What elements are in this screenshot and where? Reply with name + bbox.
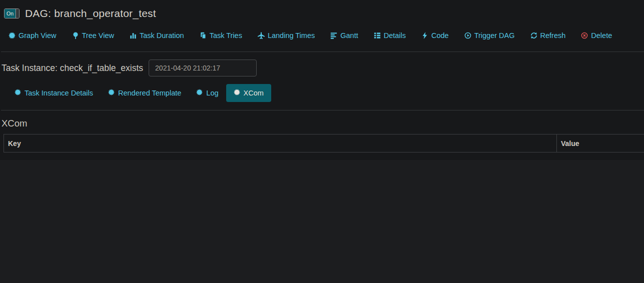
page-title: DAG: branch_operator_test: [25, 8, 156, 20]
tab-task-instance-details[interactable]: Task Instance Details: [7, 84, 101, 102]
tab-label: Log: [206, 89, 218, 97]
certificate-icon: [9, 32, 16, 39]
tab-label: Rendered Template: [118, 89, 181, 97]
nav-item-landing-times[interactable]: Landing Times: [258, 32, 315, 40]
task-instance-tabs: Task Instance Details Rendered Template …: [0, 83, 644, 103]
nav-item-label: Tree View: [82, 32, 114, 40]
tree-icon: [72, 32, 79, 39]
nav-item-label: Landing Times: [268, 32, 315, 40]
airflow-dag-page: On DAG: branch_operator_test Graph View …: [0, 0, 644, 283]
certificate-icon: [196, 89, 203, 97]
task-instance-row: Task Instance: check_if_table_exists: [0, 60, 644, 76]
dag-nav: Graph View Tree View Task Duration Task …: [0, 30, 644, 40]
column-header-value: Value: [557, 134, 644, 152]
nav-item-gantt[interactable]: Gantt: [330, 32, 358, 40]
tab-xcom[interactable]: XCom: [226, 84, 271, 102]
xcom-table: Key Value: [4, 134, 644, 152]
nav-item-label: Refresh: [540, 32, 566, 40]
nav-item-label: Graph View: [19, 32, 57, 40]
certificate-icon: [234, 89, 240, 97]
nav-item-details[interactable]: Details: [374, 32, 406, 40]
nav-item-task-tries[interactable]: Task Tries: [200, 32, 242, 40]
nav-item-trigger-dag[interactable]: Trigger DAG: [464, 32, 515, 40]
footer-area: [0, 160, 644, 283]
dag-header: On DAG: branch_operator_test: [0, 0, 644, 20]
nav-item-code[interactable]: Code: [421, 32, 449, 40]
nav-item-label: Task Duration: [140, 32, 184, 40]
tab-log[interactable]: Log: [189, 84, 226, 102]
dag-pause-toggle[interactable]: On: [4, 8, 20, 18]
bar-chart-icon: [130, 32, 137, 39]
nav-item-label: Details: [384, 32, 406, 40]
nav-item-label: Code: [431, 32, 449, 40]
toggle-on-label: On: [5, 9, 16, 18]
bolt-icon: [421, 32, 428, 39]
nav-item-label: Trigger DAG: [474, 32, 515, 40]
divider: [1, 52, 644, 52]
list-icon: [374, 32, 381, 39]
main-content: On DAG: branch_operator_test Graph View …: [0, 0, 644, 160]
column-header-key: Key: [4, 134, 557, 152]
task-instance-label: Task Instance: check_if_table_exists: [2, 63, 143, 74]
toggle-knob: [16, 9, 19, 18]
execution-date-input[interactable]: [149, 60, 257, 76]
certificate-icon: [15, 89, 21, 97]
nav-item-tree-view[interactable]: Tree View: [72, 32, 114, 40]
nav-item-label: Task Tries: [210, 32, 242, 40]
nav-item-graph-view[interactable]: Graph View: [9, 32, 57, 40]
nav-item-label: Gantt: [340, 32, 358, 40]
duplicate-icon: [200, 32, 207, 39]
tab-label: XCom: [244, 89, 264, 97]
xcom-table-header-row: Key Value: [4, 134, 644, 152]
nav-item-refresh[interactable]: Refresh: [530, 32, 566, 40]
nav-item-task-duration[interactable]: Task Duration: [130, 32, 184, 40]
tab-rendered-template[interactable]: Rendered Template: [101, 84, 189, 102]
nav-item-delete[interactable]: Delete: [581, 32, 612, 40]
play-circle-icon: [464, 32, 471, 39]
refresh-icon: [530, 32, 537, 39]
align-left-icon: [330, 32, 337, 39]
nav-item-label: Delete: [591, 32, 612, 40]
xcom-heading: XCom: [2, 118, 644, 129]
tab-label: Task Instance Details: [25, 89, 93, 97]
remove-circle-icon: [581, 32, 588, 39]
certificate-icon: [108, 89, 115, 97]
plane-icon: [258, 32, 265, 39]
divider: [1, 110, 644, 110]
